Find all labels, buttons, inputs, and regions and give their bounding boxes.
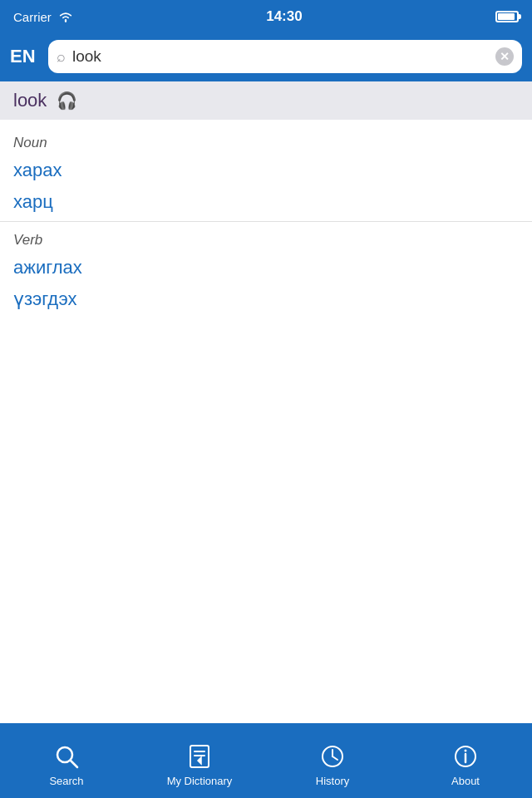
about-tab-icon	[451, 741, 480, 771]
status-bar: Carrier 14:30	[0, 0, 532, 33]
about-icon-svg	[452, 743, 479, 770]
battery-fill	[498, 13, 515, 20]
wifi-icon	[58, 11, 73, 22]
svg-line-1	[71, 761, 77, 767]
search-bar: EN ⌕ ✕	[0, 33, 532, 81]
status-left: Carrier	[13, 10, 73, 24]
translation-4[interactable]: үзэгдэх	[0, 283, 532, 315]
history-tab-icon	[318, 741, 347, 771]
word-header: look 🎧	[0, 81, 532, 120]
tab-about[interactable]: About	[399, 723, 532, 798]
definitions-content: Noun харах харц Verb ажиглах үзэгдэх	[0, 120, 532, 323]
dictionary-tab-label: My Dictionary	[167, 775, 233, 787]
search-input[interactable]	[72, 47, 489, 66]
translation-2[interactable]: харц	[0, 186, 532, 218]
pos-section-verb: Verb ажиглах үзэгдэх	[0, 225, 532, 315]
word-title: look	[13, 90, 47, 111]
translation-3[interactable]: ажиглах	[0, 252, 532, 283]
divider	[0, 221, 532, 222]
pos-label-verb: Verb	[0, 225, 532, 252]
main-content: look 🎧 Noun харах харц Verb ажиглах үзэг…	[0, 81, 532, 723]
search-tab-icon	[52, 741, 81, 771]
pos-section-noun: Noun харах харц	[0, 128, 532, 218]
battery-icon	[495, 11, 519, 22]
pos-label-noun: Noun	[0, 128, 532, 155]
svg-point-8	[465, 749, 467, 751]
status-time: 14:30	[266, 8, 302, 25]
audio-button[interactable]: 🎧	[57, 91, 77, 111]
search-icon: ⌕	[57, 48, 66, 66]
translation-1[interactable]: харах	[0, 155, 532, 186]
svg-line-5	[332, 756, 337, 760]
history-icon-svg	[319, 743, 346, 770]
search-icon-svg	[53, 743, 80, 770]
tab-history[interactable]: History	[266, 723, 399, 798]
tab-bar: Search My Dictionary History	[0, 723, 532, 798]
tab-my-dictionary[interactable]: My Dictionary	[133, 723, 266, 798]
carrier-label: Carrier	[13, 10, 52, 24]
tab-search[interactable]: Search	[0, 723, 133, 798]
about-tab-label: About	[451, 775, 480, 787]
dictionary-tab-icon	[185, 741, 214, 771]
dictionary-icon-svg	[186, 743, 213, 770]
language-label: EN	[10, 46, 40, 67]
search-input-wrapper: ⌕ ✕	[48, 40, 522, 73]
clear-button[interactable]: ✕	[495, 47, 514, 66]
search-tab-label: Search	[49, 775, 83, 787]
history-tab-label: History	[316, 775, 349, 787]
